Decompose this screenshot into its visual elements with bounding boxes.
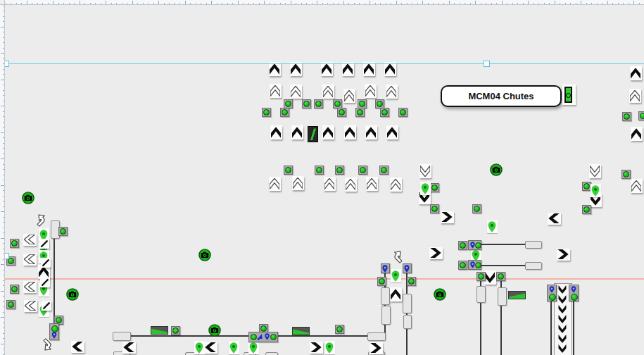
conveyor-segment[interactable] [113,332,131,341]
map-pin-icon[interactable] [229,341,239,354]
status-led-indicator[interactable] [398,108,408,117]
chevron-right-black-icon[interactable] [370,342,383,354]
chevron-up-white-icon[interactable] [631,179,643,193]
status-led-indicator[interactable] [496,272,505,281]
chevron-up-white-icon[interactable] [366,177,378,191]
belt-slash-icon[interactable] [40,278,50,287]
status-led-indicator[interactable] [6,300,15,309]
status-led-indicator[interactable] [171,326,180,335]
chevron-up-black-icon[interactable] [390,287,402,301]
sensor-combo-tile[interactable] [248,332,278,342]
ramp-gauge-icon[interactable] [508,291,526,299]
chevron-up-white-icon[interactable] [324,177,336,191]
chevron-up-white-icon[interactable] [390,178,402,192]
map-pin-icon[interactable] [324,341,335,354]
camera-icon[interactable] [208,324,221,337]
status-led-indicator[interactable] [377,277,386,286]
conveyor-segment[interactable] [498,287,507,306]
chevron-right-black-icon[interactable] [429,247,443,259]
chevron-left-black-icon[interactable] [204,342,217,354]
chevron-down-white-icon[interactable] [419,164,431,178]
chevron-down-black-icon[interactable] [484,270,496,285]
chevron-up-black-icon[interactable] [291,125,303,139]
chevron-left-white-icon[interactable] [23,234,37,246]
turn-arrow-icon[interactable] [41,339,53,351]
chevron-up-white-icon[interactable] [292,176,304,190]
status-led-indicator[interactable] [358,166,367,175]
blue-pin-tile[interactable] [403,263,412,273]
map-pin-icon[interactable] [391,269,401,282]
editor-canvas[interactable]: MCM04 Chutes [0,0,644,355]
status-led-indicator[interactable] [582,205,591,214]
ramp-gauge-icon[interactable] [292,327,310,335]
camera-icon[interactable] [198,249,211,261]
chevron-right-black-icon[interactable] [441,211,454,223]
conveyor-segment[interactable] [525,262,542,270]
chevron-left-white-icon[interactable] [23,254,37,266]
pin-led-stack-tile[interactable] [569,285,579,301]
chevron-up-white-icon[interactable] [345,178,357,192]
status-led-indicator[interactable] [335,166,344,175]
conveyor-segment[interactable] [265,352,278,355]
camera-icon[interactable] [66,288,79,301]
status-led-indicator[interactable] [638,111,644,120]
chevron-up-black-icon[interactable] [342,62,354,76]
status-led-indicator[interactable] [284,166,293,175]
chevron-up-black-icon[interactable] [321,62,333,76]
chevron-up-white-icon[interactable] [322,85,334,99]
status-led-indicator[interactable] [335,325,344,334]
chevron-up-black-icon[interactable] [270,125,282,139]
chevron-up-black-icon[interactable] [384,62,396,76]
conveyor-segment[interactable] [381,287,390,305]
chevron-up-black-icon[interactable] [344,125,356,139]
chute-group-label[interactable]: MCM04 Chutes [441,85,562,107]
selection-handle[interactable] [484,61,490,67]
chevron-up-black-icon[interactable] [269,62,281,76]
map-pin-icon[interactable] [420,182,431,195]
chevron-left-white-icon[interactable] [23,281,37,293]
map-pin-icon[interactable] [248,341,259,354]
conveyor-segment[interactable] [403,315,412,329]
status-led-indicator[interactable] [10,285,19,294]
conveyor-segment[interactable] [476,286,486,303]
chevron-left-black-icon[interactable] [122,342,136,354]
status-led-indicator[interactable] [621,170,631,179]
chevron-up-white-icon[interactable] [269,177,281,191]
status-led-indicator[interactable] [472,204,481,213]
status-led-indicator[interactable] [380,108,389,117]
belt-slash-icon[interactable] [41,258,51,268]
status-led-indicator[interactable] [302,99,311,108]
chevron-up-white-icon[interactable] [386,85,398,99]
status-led-indicator[interactable] [622,112,631,121]
chevron-up-white-icon[interactable] [629,89,641,103]
status-led-indicator[interactable] [10,239,19,248]
status-led-indicator[interactable] [430,183,439,192]
camera-icon[interactable] [434,288,446,301]
chevron-left-black-icon[interactable] [548,213,561,225]
status-led-indicator[interactable] [337,108,346,117]
turn-arrow-icon[interactable] [34,213,47,226]
conveyor-segment[interactable] [381,306,391,325]
blue-pin-tile[interactable] [381,263,390,273]
gate-indicator[interactable] [562,85,576,105]
pin-led-stack-tile[interactable] [49,323,59,340]
status-led-indicator[interactable] [379,166,389,175]
pin-led-pair-tile[interactable] [468,240,481,250]
ramp-gauge-icon[interactable] [151,326,168,335]
chevron-up-black-icon[interactable] [386,125,398,139]
status-led-indicator[interactable] [582,182,591,191]
status-led-indicator[interactable] [314,99,323,108]
status-led-indicator[interactable] [458,241,467,250]
conveyor-segment[interactable] [525,241,542,249]
chevron-down-white-icon[interactable] [589,164,601,178]
map-pin-icon[interactable] [487,220,498,233]
chevron-up-black-icon[interactable] [322,125,334,139]
pin-led-pair-tile[interactable] [468,260,481,270]
inclined-belt-icon[interactable] [308,126,318,142]
map-pin-icon[interactable] [591,184,601,197]
conveyor-segment[interactable] [403,294,412,313]
chevron-up-black-icon[interactable] [290,62,302,76]
map-pin-icon[interactable] [194,341,205,354]
chevron-up-black-icon[interactable] [631,127,643,141]
status-led-indicator[interactable] [280,108,289,117]
